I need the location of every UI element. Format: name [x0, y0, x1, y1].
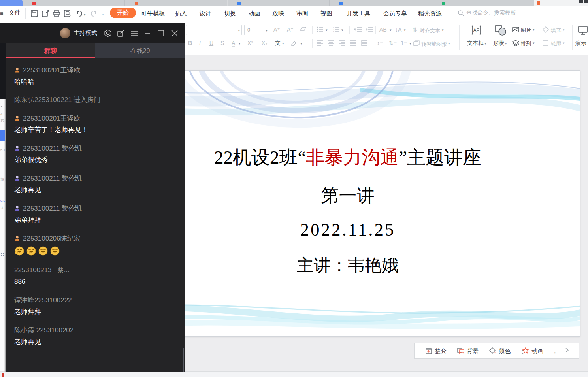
popout-icon[interactable]: [117, 29, 125, 38]
menu-tab-6[interactable]: 放映: [271, 9, 285, 19]
align-center-icon[interactable]: [328, 40, 334, 47]
tab-online-users[interactable]: 在线29: [95, 43, 185, 58]
picture-icon[interactable]: [512, 26, 519, 34]
phonetic-guide-button[interactable]: 文: [275, 40, 281, 47]
picture-button[interactable]: 图片: [521, 27, 531, 34]
host-avatar[interactable]: [60, 28, 70, 38]
export-icon[interactable]: [41, 9, 50, 18]
text-direction-caret[interactable]: ▾: [404, 28, 406, 32]
chat-header[interactable]: 主持模式: [0, 23, 185, 43]
shrink-font-button[interactable]: A⁻: [287, 26, 294, 33]
maximize-icon[interactable]: [156, 29, 165, 38]
print-preview-icon[interactable]: [63, 9, 72, 18]
bullet-list-icon[interactable]: [317, 26, 324, 34]
menu-tab-11[interactable]: 稻壳资源: [417, 9, 443, 19]
superscript-button[interactable]: X²: [247, 40, 253, 46]
animation-button[interactable]: 动画: [521, 347, 543, 355]
clear-format-icon[interactable]: [300, 26, 307, 34]
menu-tab-10[interactable]: 会员专享: [383, 9, 408, 19]
shapes-icon[interactable]: [495, 25, 507, 38]
presentation-tools-button[interactable]: 演示工: [575, 40, 588, 47]
tab-group-chat[interactable]: 群聊: [6, 43, 95, 58]
textbox-icon[interactable]: A: [471, 25, 481, 38]
align-text-caret[interactable]: ▾: [442, 28, 444, 32]
character-border-caret[interactable]: ▾: [390, 28, 392, 32]
subscript-button[interactable]: X₂: [262, 40, 268, 46]
background-button[interactable]: 背景: [457, 347, 479, 355]
textbox-button[interactable]: 文本框: [467, 40, 484, 47]
grow-font-button[interactable]: A⁺: [273, 26, 280, 33]
chat-scrollbar[interactable]: [183, 348, 184, 372]
picture-caret[interactable]: ▾: [533, 28, 535, 32]
arrange-caret[interactable]: ▾: [533, 41, 535, 45]
file-menu-button[interactable]: 文件: [9, 9, 21, 17]
undo-caret[interactable]: ▾: [84, 13, 86, 17]
align-text-icon[interactable]: ⇅: [413, 26, 417, 33]
menu-icon[interactable]: [130, 29, 139, 38]
document-tab[interactable]: [23, 0, 125, 6]
text-direction-button[interactable]: ↓A: [395, 26, 401, 33]
settings-icon[interactable]: [104, 29, 112, 38]
character-border-button[interactable]: AB: [379, 26, 387, 33]
menu-tab-4[interactable]: 切换: [223, 9, 237, 19]
menu-tab-7[interactable]: 审阅: [296, 9, 309, 19]
print-icon[interactable]: [52, 9, 61, 18]
more-options-icon[interactable]: ⋮: [552, 347, 558, 354]
undo-icon[interactable]: [75, 9, 84, 18]
line-options-caret[interactable]: ▾: [409, 41, 411, 45]
phonetic-guide-caret[interactable]: ▾: [282, 41, 284, 45]
document-tab[interactable]: [125, 0, 227, 6]
italic-button[interactable]: I: [199, 40, 201, 46]
menu-tab-5[interactable]: 动画: [247, 9, 261, 19]
decrease-indent-icon[interactable]: [354, 26, 362, 34]
outline-icon[interactable]: [542, 40, 549, 48]
align-right-icon[interactable]: [339, 40, 345, 47]
bold-button[interactable]: B: [188, 40, 192, 46]
font-color-caret[interactable]: ▾: [239, 41, 241, 45]
fill-icon[interactable]: [542, 26, 549, 34]
bullet-list-caret[interactable]: ▾: [326, 28, 328, 32]
shapes-caret[interactable]: ▾: [505, 41, 507, 45]
color-button[interactable]: 颜色: [489, 347, 511, 355]
font-size-combo[interactable]: 0▾: [244, 25, 270, 35]
numbered-list-icon[interactable]: 123: [333, 26, 340, 34]
line-spacing-icon[interactable]: ↕≡: [377, 40, 383, 46]
numbered-list-caret[interactable]: ▾: [341, 28, 343, 32]
menu-tab-8[interactable]: 视图: [320, 9, 333, 19]
minimize-icon[interactable]: [143, 29, 152, 38]
increase-indent-icon[interactable]: [365, 26, 373, 34]
document-tab[interactable]: [330, 0, 432, 6]
command-search[interactable]: 查找命令、搜索模板: [458, 9, 516, 17]
strikethrough-button[interactable]: S: [220, 40, 224, 46]
distribute-icon[interactable]: [361, 40, 368, 47]
document-tab[interactable]: [228, 0, 330, 6]
justify-icon[interactable]: [350, 40, 356, 47]
menu-tab-0[interactable]: 开始: [110, 8, 136, 18]
global-menu-icon[interactable]: ≡: [0, 10, 3, 17]
full-set-button[interactable]: 整套: [425, 347, 447, 355]
smart-graphic-icon[interactable]: [413, 40, 420, 48]
paragraph-spacing-icon[interactable]: ⇅≡: [389, 40, 397, 46]
align-left-icon[interactable]: [317, 40, 323, 47]
collapse-toolbar-icon[interactable]: [564, 347, 570, 354]
close-icon[interactable]: [170, 29, 179, 38]
document-tab[interactable]: [432, 0, 534, 6]
font-color-button[interactable]: A: [232, 40, 235, 47]
shapes-button[interactable]: 形状: [493, 40, 504, 47]
highlight-caret[interactable]: ▾: [300, 41, 302, 45]
underline-button[interactable]: U: [209, 40, 213, 46]
home-tab[interactable]: [0, 0, 23, 6]
more-commands-caret[interactable]: ⌄: [101, 12, 104, 16]
align-text-button[interactable]: 对齐文本: [420, 27, 440, 34]
save-icon[interactable]: [30, 9, 39, 18]
smart-graphic-caret[interactable]: ▾: [448, 41, 450, 45]
textbox-caret[interactable]: ▾: [484, 41, 486, 45]
arrange-icon[interactable]: [512, 40, 519, 48]
chat-message-area[interactable]: 2253100201王译欧哈哈哈陈东弘2253100221 进入房间225310…: [6, 58, 185, 372]
highlight-icon[interactable]: [290, 41, 298, 48]
menu-tab-1[interactable]: 可牛模板: [140, 9, 166, 19]
smart-graphic-button[interactable]: 转智能图形: [421, 41, 447, 48]
font-name-combo[interactable]: ▾: [186, 25, 242, 35]
presentation-tools-icon[interactable]: [578, 26, 588, 37]
arrange-button[interactable]: 排列: [521, 40, 531, 47]
